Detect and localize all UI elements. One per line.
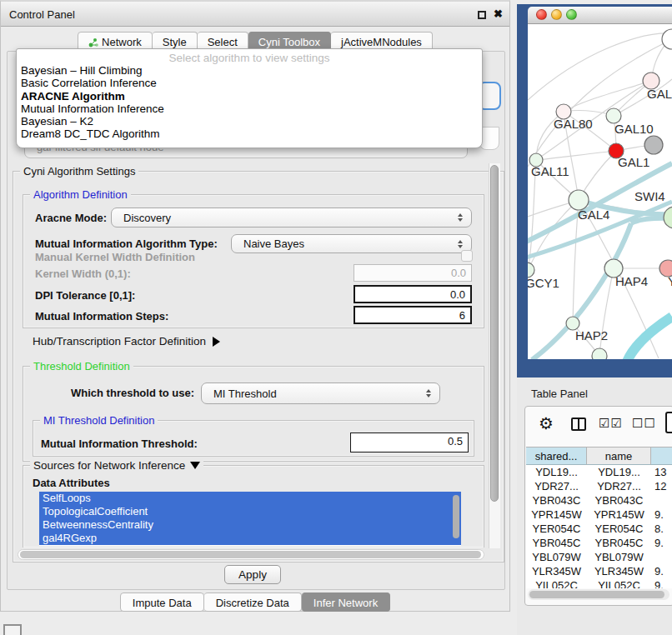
table-row[interactable]: YBL079WYBL079W — [526, 550, 672, 564]
tab-infer-network[interactable]: Infer Network — [302, 592, 390, 612]
dropdown-item[interactable]: Basic Correlation Inference — [17, 77, 482, 89]
aracne-mode-value: Discovery — [123, 212, 171, 224]
table-cell: YLR345W — [526, 564, 587, 578]
close-traffic-icon[interactable] — [536, 9, 547, 20]
node-label: GAL10 — [614, 122, 654, 136]
close-icon[interactable]: ✖ — [494, 8, 503, 20]
table-cell: 9. — [651, 536, 672, 550]
table-cell: YDR27... — [526, 479, 587, 493]
network-window-titlebar[interactable] — [528, 7, 672, 24]
table-panel-box: ⚙ ☑☑ ☐☐ shared...name YDL19...YDL19...13… — [524, 406, 672, 606]
mi-type-value: Naive Bayes — [243, 238, 304, 250]
table-cell: YLR345W — [587, 564, 651, 578]
table-cell: YBL079W — [587, 550, 651, 564]
table-cell: YDL19... — [587, 465, 651, 479]
network-node[interactable] — [592, 348, 607, 359]
table-body: YDL19...YDL19...13YDR27...YDR27...12YBR0… — [526, 465, 672, 588]
node-label: GCY1 — [528, 276, 559, 290]
tab-discretize-data[interactable]: Discretize Data — [204, 592, 302, 612]
manual-kernel-label: Manual Kernel Width Definition — [35, 251, 195, 263]
network-edge[interactable] — [564, 81, 651, 112]
network-edge-highlighted[interactable] — [627, 317, 672, 359]
column-browser-icon[interactable] — [571, 418, 586, 431]
table-cell: YBR045C — [587, 536, 651, 550]
which-threshold-combo[interactable]: MI Threshold — [201, 382, 440, 404]
table-function-icon[interactable] — [665, 412, 672, 433]
table-cell: 9. — [651, 564, 672, 578]
table-cell: 9. — [651, 578, 672, 588]
table-cell: YPR145W — [526, 508, 587, 522]
attribute-item[interactable]: TopologicalCoefficient — [39, 505, 461, 518]
aracne-mode-label: Aracne Mode: — [35, 212, 107, 224]
node-label: GAL80 — [554, 117, 593, 131]
settings-group-title: Cyni Algorithm Settings — [20, 165, 138, 178]
mi-type-combo[interactable]: Naive Bayes — [231, 234, 472, 253]
kernel-width-field[interactable]: 0.0 — [354, 264, 472, 282]
dpi-tolerance-label: DPI Tolerance [0,1]: — [35, 289, 135, 302]
table-cell: YER054C — [526, 522, 587, 536]
table-row[interactable]: YIL052CYIL052C9. — [526, 578, 672, 588]
minimize-traffic-icon[interactable] — [551, 9, 562, 20]
manual-kernel-checkbox[interactable] — [461, 250, 473, 262]
dropdown-item[interactable]: Bayesian – K2 — [17, 115, 482, 128]
apply-button[interactable]: Apply — [224, 565, 281, 584]
table-row[interactable]: YPR145WYPR145W9. — [526, 508, 672, 522]
table-row[interactable]: YDL19...YDL19...13 — [526, 465, 672, 479]
aracne-mode-combo[interactable]: Discovery — [111, 208, 472, 228]
table-cell: YIL052C — [526, 578, 587, 588]
which-threshold-value: MI Threshold — [213, 388, 277, 400]
dropdown-item[interactable]: Bayesian – Hill Climbing — [17, 64, 482, 77]
table-cell: YDL19... — [526, 465, 587, 479]
table-hscroll-thumb[interactable] — [529, 591, 664, 598]
table-row[interactable]: YLR345WYLR345W9. — [526, 564, 672, 578]
hide-columns-icon[interactable]: ☐☐ — [632, 416, 656, 431]
settings-hscroll-thumb[interactable] — [20, 551, 481, 558]
tab-label: jActiveMNodules — [341, 36, 422, 48]
network-canvas[interactable]: GALGAL80GAL10GAL1GAL11GAL4SWI4GCY1HAP4YH… — [528, 24, 672, 359]
attribute-item[interactable]: gal4RGexp — [39, 532, 461, 545]
dropdown-prompt: Select algorithm to view settings — [17, 52, 482, 64]
mi-threshold-field[interactable]: 0.5 — [350, 432, 469, 452]
minimized-panel-icon[interactable] — [3, 624, 22, 635]
show-columns-icon[interactable]: ☑☑ — [599, 416, 623, 431]
table-cell: 9. — [651, 508, 672, 522]
collapse-arrow-down-icon — [190, 462, 200, 469]
network-node-swi4[interactable] — [664, 207, 672, 228]
tab-impute-data[interactable]: Impute Data — [120, 592, 204, 612]
attribute-item[interactable]: SelfLoops — [39, 492, 461, 505]
dropdown-item[interactable]: Mutual Information Inference — [17, 102, 482, 115]
node-label: GAL — [647, 87, 672, 101]
tab-label: Cyni Toolbox — [258, 36, 320, 48]
maximize-traffic-icon[interactable] — [566, 9, 577, 20]
table-cell — [651, 550, 672, 564]
network-node[interactable] — [644, 136, 663, 154]
hub-definition-label: Hub/Transcription Factor Definition — [33, 335, 206, 348]
table-row[interactable]: YDR27...YDR27...12 — [526, 479, 672, 493]
sources-toggle[interactable]: Sources for Network Inference — [30, 459, 203, 472]
table-cell: 12 — [651, 479, 672, 493]
table-row[interactable]: YBR045CYBR045C9. — [526, 536, 672, 550]
settings-vscroll-thumb[interactable] — [490, 165, 499, 502]
table-row[interactable]: YBR043CYBR043C — [526, 493, 672, 508]
tab-label: Network — [102, 36, 142, 48]
table-row[interactable]: YER054CYER054C8. — [526, 522, 672, 536]
column-header[interactable] — [651, 447, 672, 465]
dpi-tolerance-field[interactable]: 0.0 — [354, 285, 472, 303]
mi-threshold-title: MI Threshold Definition — [40, 414, 158, 427]
mi-steps-label: Mutual Information Steps: — [35, 310, 168, 322]
data-attributes-list[interactable]: SelfLoopsTopologicalCoefficientBetweenne… — [39, 492, 461, 546]
threshold-definition-title: Threshold Definition — [30, 360, 133, 372]
node-label: HAP4 — [615, 274, 648, 288]
column-header[interactable]: name — [587, 447, 651, 465]
mi-steps-field[interactable]: 6 — [354, 306, 472, 324]
float-window-icon[interactable] — [478, 11, 486, 19]
column-header[interactable]: shared... — [526, 447, 587, 465]
attributes-scrollbar[interactable] — [453, 495, 459, 538]
dropdown-item[interactable]: ARACNE Algorithm — [17, 90, 482, 102]
attribute-item[interactable]: BetweennessCentrality — [39, 518, 461, 532]
node-label: GAL11 — [531, 164, 569, 178]
collapse-arrow-right-icon — [213, 337, 220, 347]
hub-definition-toggle[interactable]: Hub/Transcription Factor Definition — [33, 335, 220, 348]
gear-icon[interactable]: ⚙ — [539, 413, 554, 433]
dropdown-item[interactable]: Dream8 DC_TDC Algorithm — [17, 128, 482, 140]
